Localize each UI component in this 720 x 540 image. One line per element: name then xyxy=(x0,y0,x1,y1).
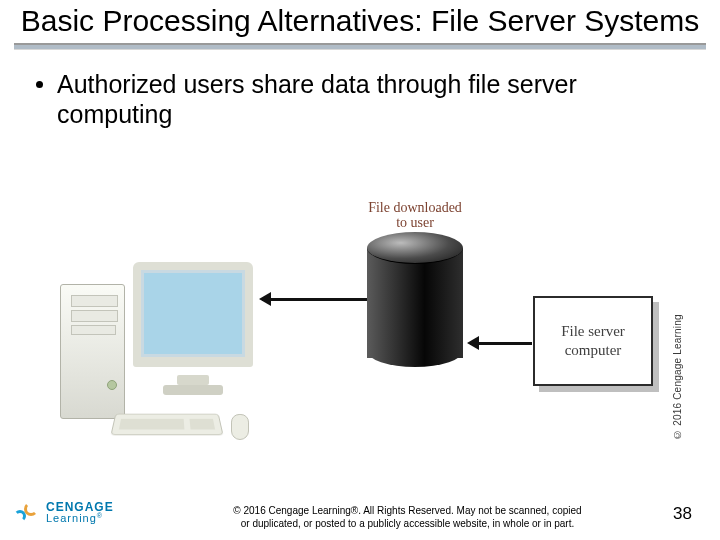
cengage-logo: CENGAGE Learning® xyxy=(14,500,114,526)
file-download-label-line2: to user xyxy=(396,215,434,230)
keyboard-icon xyxy=(110,414,223,435)
copyright-footer: © 2016 Cengage Learning®. All Rights Res… xyxy=(180,505,635,530)
file-download-label: File downloaded to user xyxy=(345,200,485,231)
mouse-icon xyxy=(231,414,249,440)
slide-title: Basic Processing Alternatives: File Serv… xyxy=(14,4,706,39)
slide-body: Authorized users share data through file… xyxy=(0,51,720,139)
title-area: Basic Processing Alternatives: File Serv… xyxy=(0,0,720,51)
arrow-icon xyxy=(262,298,367,301)
server-box-line2: computer xyxy=(565,342,622,358)
logo-line2: Learning xyxy=(46,512,97,524)
registered-mark: ® xyxy=(97,512,103,519)
title-divider xyxy=(14,43,706,49)
database-cylinder-icon xyxy=(367,232,463,367)
diagram: File downloaded to user File server comp… xyxy=(55,202,655,452)
pc-monitor-icon xyxy=(133,262,253,367)
bullet-text: Authorized users share data through file… xyxy=(57,69,684,129)
file-download-label-line1: File downloaded xyxy=(368,200,462,215)
file-server-box: File server computer xyxy=(533,296,653,386)
bullet-dot-icon xyxy=(36,81,43,88)
page-number: 38 xyxy=(673,504,692,524)
cengage-logo-icon xyxy=(14,500,40,526)
copyright-line1: © 2016 Cengage Learning®. All Rights Res… xyxy=(233,505,581,516)
side-copyright: © 2016 Cengage Learning xyxy=(672,210,686,440)
bullet-item: Authorized users share data through file… xyxy=(36,69,684,129)
client-computer-icon xyxy=(55,232,255,452)
server-box-line1: File server xyxy=(561,323,625,339)
copyright-line2: or duplicated, or posted to a publicly a… xyxy=(241,518,575,529)
pc-tower-icon xyxy=(60,284,125,419)
arrow-icon xyxy=(470,342,532,345)
